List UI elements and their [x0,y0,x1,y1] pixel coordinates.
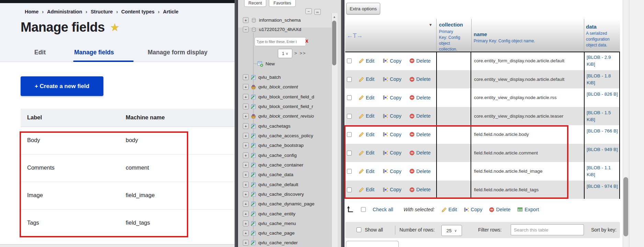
filter-clear-button[interactable]: X [305,39,308,44]
tree-item-label[interactable]: qvlu_cache_discovery [258,192,304,197]
column-header-name[interactable]: name [474,31,584,37]
tree-item-view[interactable]: +qvlu_block_content_revisio [243,113,314,119]
tree-item-table[interactable]: +qvlu_cache_config [243,152,297,158]
tree-item-label[interactable]: qvlu_cache_bootstrap [258,143,304,148]
expand-icon[interactable]: + [243,94,249,100]
tree-item-information-schema[interactable]: + information_schema [243,17,301,23]
sort-descending-icon[interactable]: ▼ [429,23,432,27]
collapse-icon[interactable]: − [243,26,249,32]
tree-item-label[interactable]: qvlu_cache_render [258,240,298,245]
column-header-collection[interactable]: collection [439,22,469,28]
tree-item-table[interactable]: +qvlu_cache_page [243,230,295,236]
tab-edit[interactable]: Edit [34,49,46,56]
tree-item-label[interactable]: u172201270_4hAXd [259,27,301,32]
tree-item-label[interactable]: qvlu_cache_page [258,230,295,236]
expand-icon[interactable]: + [243,182,249,187]
copy-row-link[interactable]: Copy [383,70,402,89]
show-all-label[interactable]: Show all [365,227,383,233]
edit-row-link[interactable]: Edit [359,88,374,107]
tree-page-next-links[interactable]: > >> [294,51,306,56]
breadcrumb-administration[interactable]: Administration [47,9,82,14]
expand-icon[interactable]: + [243,152,249,158]
tree-item-label[interactable]: qvlu_cachetags [258,124,291,129]
number-of-rows-select[interactable]: 25 ∨ [441,225,462,236]
tree-item-new-table[interactable]: New [257,61,275,67]
main-scrollbar-thumb[interactable] [623,177,628,236]
tree-item-label[interactable]: qvlu_batch [258,75,281,80]
tab-manage-form-display[interactable]: Manage form display [148,49,207,56]
row-checkbox[interactable] [347,114,352,119]
tree-item-database-u172201270[interactable]: − u172201270_4hAXd [243,26,301,32]
tree-item-table[interactable]: +qvlu_cache_entity [243,211,295,217]
expand-icon[interactable]: + [243,221,249,226]
expand-icon[interactable]: + [243,230,249,236]
tree-item-view[interactable]: +qvlu_block_content [243,84,298,90]
delete-row-link[interactable]: Delete [409,107,431,126]
tree-item-label[interactable]: information_schema [259,18,301,23]
tree-item-label[interactable]: qvlu_cache_dynamic_page [258,201,315,206]
tree-item-label[interactable]: qvlu_cache_menu [258,221,296,226]
scroll-up-icon[interactable]: ▲ [333,15,336,19]
favorite-star-icon[interactable]: ★ [110,21,120,33]
tree-item-label[interactable]: qvlu_cache_entity [258,211,295,216]
tree-item-table[interactable]: +qvlu_cache_data [243,172,293,178]
tree-item-label[interactable]: qvlu_cache_default [258,182,298,187]
column-header-data[interactable]: data [586,24,619,30]
cell-data-blob[interactable]: [BLOB - 826 B] [584,88,620,107]
expand-icon[interactable]: + [243,84,249,90]
toggle-full-texts-icon[interactable]: ←T→ [347,32,363,40]
copy-row-link[interactable]: Copy [383,88,402,107]
cell-data-blob[interactable]: [BLOB - 1.1 KiB] [584,162,620,181]
with-selected-delete-button[interactable]: Delete [489,207,510,212]
expand-icon[interactable]: + [243,142,249,148]
tree-item-label[interactable]: qvlu_cache_container [258,162,303,168]
create-new-field-button[interactable]: + Create a new field [21,76,103,96]
nav-tab-favorites[interactable]: Favorites [269,0,296,7]
tree-item-table[interactable]: +qvlu_cache_menu [243,221,296,226]
show-all-checkbox[interactable] [357,227,361,232]
delete-row-link[interactable]: Delete [409,52,431,70]
tree-item-table[interactable]: +qvlu_cache_discovery [243,191,304,197]
tree-item-label[interactable]: New [265,61,275,66]
tree-item-table[interactable]: +qvlu_block_content_field_r [243,104,313,109]
cell-data-blob[interactable]: [BLOB - 949 B] [584,144,620,162]
expand-icon[interactable]: + [243,172,249,178]
tree-item-table[interactable]: +qvlu_block_content_field_d [243,94,314,100]
tree-item-table[interactable]: +qvlu_batch [243,74,281,80]
tree-item-label[interactable]: qvlu_block_content_field_d [258,94,314,99]
delete-row-link[interactable]: Delete [409,70,431,89]
expand-icon[interactable]: + [243,133,249,139]
expand-icon[interactable]: + [243,17,249,23]
tree-page-select[interactable]: 1 ∨ [278,49,292,58]
expand-icon[interactable]: + [243,211,249,217]
expand-icon[interactable]: + [243,162,249,168]
edit-row-link[interactable]: Edit [359,52,374,70]
cell-data-blob[interactable]: [BLOB - 1.8 KiB] [584,70,620,89]
extra-options-button[interactable]: Extra options [346,3,380,14]
tree-item-label[interactable]: qvlu_cache_config [258,153,297,158]
expand-icon[interactable]: + [243,104,249,109]
check-all-link[interactable]: Check all [373,207,393,212]
tree-item-label[interactable]: qvlu_block_content [258,84,298,89]
tree-item-table[interactable]: +qvlu_cache_bootstrap [243,142,304,148]
edit-row-link[interactable]: Edit [359,107,374,126]
cell-data-blob[interactable]: [BLOB - 1.5 KiB] [584,107,620,126]
tree-item-label[interactable]: qvlu_block_content_revisio [258,114,314,119]
nav-tab-recent[interactable]: Recent [244,0,266,7]
breadcrumb-home[interactable]: Home [25,9,38,14]
with-selected-export-button[interactable]: Export [517,207,539,212]
delete-row-link[interactable]: Delete [409,88,431,107]
unlink-databases-icon[interactable]: ∞ [314,9,321,15]
breadcrumb-article[interactable]: Article [163,9,178,14]
tree-item-table[interactable]: +qvlu_cachetags [243,123,291,129]
edit-row-link[interactable]: Edit [359,70,374,89]
tree-item-table[interactable]: +qvlu_cache_default [243,182,298,187]
tree-item-table[interactable]: +qvlu_cache_access_policy [243,133,313,139]
breadcrumb-structure[interactable]: Structure [91,9,113,14]
expand-icon[interactable]: + [243,201,249,207]
tree-item-label[interactable]: qvlu_cache_access_policy [258,133,313,138]
collapse-all-icon[interactable]: − [305,8,312,14]
tree-item-table[interactable]: +qvlu_cache_container [243,162,303,168]
tab-manage-fields[interactable]: Manage fields [74,49,114,56]
tree-filter-input[interactable] [255,37,306,46]
